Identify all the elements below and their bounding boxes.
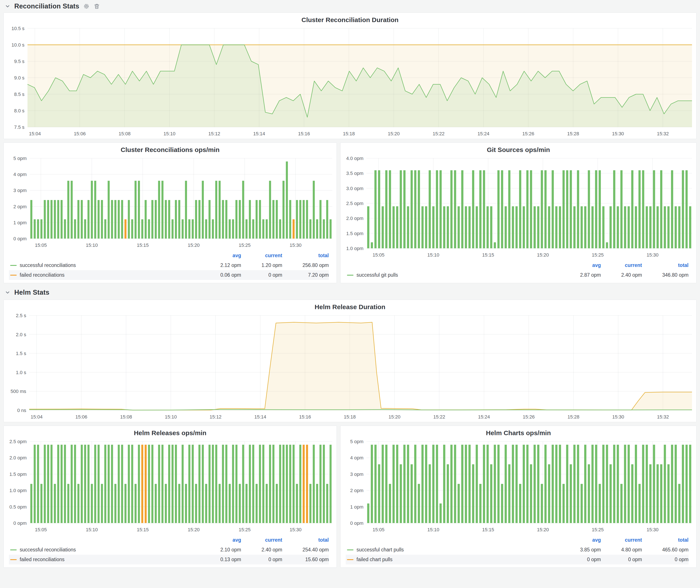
svg-text:5 opm: 5 opm bbox=[13, 156, 27, 161]
legend-row-failed-chart-pulls[interactable]: failed chart pulls 0 opm 0 opm 0 opm bbox=[346, 555, 689, 564]
legend-header-avg[interactable]: avg bbox=[560, 537, 601, 543]
legend-helm-releases: avg current total successful reconciliat… bbox=[4, 535, 337, 567]
svg-text:15:25: 15:25 bbox=[592, 527, 604, 532]
series-dash-icon bbox=[347, 559, 353, 560]
svg-text:3 opm: 3 opm bbox=[350, 472, 363, 477]
legend-avg-value: 0.06 opm bbox=[200, 272, 241, 278]
legend-current-value: 1.20 opm bbox=[241, 262, 282, 268]
legend-header-row: avg current total bbox=[346, 535, 689, 545]
panel-title[interactable]: Helm Release Duration bbox=[4, 300, 696, 312]
svg-text:15:10: 15:10 bbox=[427, 527, 439, 532]
chart-git-sources-ops[interactable]: 4.0 opm3.5 opm3.0 opm2.5 opm2.0 opm1.5 o… bbox=[340, 154, 696, 260]
legend-total-value: 256.80 opm bbox=[282, 262, 329, 268]
chart-cluster-reconciliations-ops[interactable]: 5 opm4 opm3 opm2 opm1 opm0 opm15:0515:10… bbox=[4, 154, 337, 250]
legend-series-name[interactable]: failed reconciliations bbox=[20, 272, 65, 278]
svg-text:15:14: 15:14 bbox=[253, 131, 265, 136]
svg-text:2.0 s: 2.0 s bbox=[16, 332, 26, 337]
panel-git-sources-ops: Git Sources ops/min 4.0 opm3.5 opm3.0 op… bbox=[340, 142, 697, 283]
svg-text:15:15: 15:15 bbox=[137, 242, 149, 248]
legend-current-value: 0 opm bbox=[241, 272, 282, 278]
svg-text:2.5 opm: 2.5 opm bbox=[346, 201, 364, 206]
series-dash-icon bbox=[347, 549, 353, 550]
legend-header-avg[interactable]: avg bbox=[200, 253, 241, 258]
svg-text:15:22: 15:22 bbox=[433, 131, 445, 136]
svg-text:15:12: 15:12 bbox=[208, 131, 220, 136]
svg-text:2.5 s: 2.5 s bbox=[16, 313, 26, 318]
svg-text:2.5 opm: 2.5 opm bbox=[10, 439, 27, 444]
svg-text:15:20: 15:20 bbox=[389, 414, 400, 420]
svg-text:15:20: 15:20 bbox=[537, 252, 549, 258]
section-header-helm-stats[interactable]: Helm Stats bbox=[3, 285, 697, 300]
legend-header-current[interactable]: current bbox=[241, 537, 282, 543]
series-dash-icon bbox=[10, 549, 17, 550]
panel-title[interactable]: Cluster Reconciliation Duration bbox=[4, 13, 696, 24]
legend-row-failed-reconciliations[interactable]: failed reconciliations 0.06 opm 0 opm 7.… bbox=[9, 270, 329, 280]
svg-text:2.0 opm: 2.0 opm bbox=[10, 455, 27, 460]
panel-title[interactable]: Helm Releases ops/min bbox=[4, 426, 337, 438]
trash-icon[interactable] bbox=[94, 3, 100, 10]
legend-series-name[interactable]: failed reconciliations bbox=[20, 557, 65, 562]
series-dash-icon bbox=[10, 559, 17, 560]
svg-text:15:30: 15:30 bbox=[647, 252, 658, 258]
legend-total-value: 0 opm bbox=[642, 557, 689, 562]
legend-row-failed-reconciliations[interactable]: failed reconciliations 0.13 opm 0 opm 15… bbox=[9, 555, 329, 564]
legend-header-total[interactable]: total bbox=[282, 537, 329, 543]
svg-text:1.5 opm: 1.5 opm bbox=[10, 472, 27, 477]
legend-header-total[interactable]: total bbox=[282, 253, 329, 258]
chart-helm-release-duration[interactable]: 2.5 s2.0 s1.5 s1.0 s500 ms0 ns15:0415:06… bbox=[4, 312, 696, 422]
grafana-dashboard: Reconciliation Stats Cluster Reconciliat… bbox=[0, 0, 700, 588]
legend-row-successful-reconciliations[interactable]: successful reconciliations 2.10 opm 2.40… bbox=[9, 545, 329, 555]
svg-text:15:18: 15:18 bbox=[343, 131, 355, 136]
legend-series-name[interactable]: successful git pulls bbox=[356, 272, 398, 278]
svg-text:3 opm: 3 opm bbox=[13, 188, 27, 193]
legend-header-total[interactable]: total bbox=[642, 262, 689, 268]
legend-series-name[interactable]: successful reconciliations bbox=[20, 262, 76, 268]
legend-header-total[interactable]: total bbox=[642, 537, 689, 543]
legend-header-row: avg current total bbox=[346, 260, 689, 270]
svg-text:15:28: 15:28 bbox=[567, 131, 579, 136]
chevron-down-icon[interactable] bbox=[5, 290, 10, 295]
svg-text:3.0 opm: 3.0 opm bbox=[346, 186, 364, 191]
legend-header-avg[interactable]: avg bbox=[560, 262, 601, 268]
chart-helm-releases-ops[interactable]: 2.5 opm2.0 opm1.5 opm1.0 opm0.5 opm0 opm… bbox=[4, 438, 337, 535]
legend-current-value: 0 opm bbox=[241, 557, 282, 562]
gear-icon[interactable] bbox=[83, 3, 90, 10]
legend-series-name[interactable]: successful chart pulls bbox=[356, 547, 404, 553]
legend-series-name[interactable]: failed chart pulls bbox=[356, 557, 392, 562]
chart-helm-charts-ops[interactable]: 5 opm4 opm3 opm2 opm1 opm0 opm15:0515:10… bbox=[340, 438, 696, 535]
section-header-reconciliation-stats[interactable]: Reconciliation Stats bbox=[3, 0, 697, 13]
legend-series-name[interactable]: successful reconciliations bbox=[20, 547, 76, 553]
svg-text:15:24: 15:24 bbox=[478, 414, 490, 420]
svg-text:15:30: 15:30 bbox=[647, 527, 658, 532]
svg-text:15:04: 15:04 bbox=[29, 131, 41, 136]
legend-row-successful-git-pulls[interactable]: successful git pulls 2.87 opm 2.40 opm 3… bbox=[346, 270, 689, 280]
legend-avg-value: 2.87 opm bbox=[560, 272, 601, 278]
legend-header-current[interactable]: current bbox=[241, 253, 282, 258]
svg-text:15:26: 15:26 bbox=[522, 131, 534, 136]
legend-row-successful-reconciliations[interactable]: successful reconciliations 2.12 opm 1.20… bbox=[9, 260, 329, 270]
legend-header-current[interactable]: current bbox=[601, 262, 642, 268]
legend-total-value: 15.60 opm bbox=[282, 557, 329, 562]
legend-avg-value: 2.10 opm bbox=[200, 547, 241, 553]
chart-cluster-reconciliation-duration[interactable]: 10.5 s10.0 s9.5 s9.0 s8.5 s8.0 s7.5 s15:… bbox=[4, 24, 696, 139]
panel-title[interactable]: Cluster Reconciliations ops/min bbox=[4, 143, 337, 154]
svg-text:15:20: 15:20 bbox=[188, 242, 200, 248]
svg-text:8.0 s: 8.0 s bbox=[14, 108, 24, 113]
svg-text:15:28: 15:28 bbox=[568, 414, 579, 420]
svg-text:15:12: 15:12 bbox=[210, 414, 221, 420]
svg-text:1.0 s: 1.0 s bbox=[16, 370, 26, 375]
svg-text:4 opm: 4 opm bbox=[350, 455, 363, 460]
svg-text:7.5 s: 7.5 s bbox=[14, 124, 24, 130]
legend-avg-value: 0 opm bbox=[560, 557, 601, 562]
panel-title[interactable]: Git Sources ops/min bbox=[340, 143, 696, 154]
legend-header-current[interactable]: current bbox=[601, 537, 642, 543]
legend-header-avg[interactable]: avg bbox=[200, 537, 241, 543]
legend-total-value: 465.60 opm bbox=[642, 547, 689, 553]
svg-text:15:22: 15:22 bbox=[433, 414, 445, 420]
svg-text:15:05: 15:05 bbox=[35, 242, 47, 248]
chevron-down-icon[interactable] bbox=[5, 3, 10, 9]
legend-row-successful-chart-pulls[interactable]: successful chart pulls 3.85 opm 4.80 opm… bbox=[346, 545, 689, 555]
series-dash-icon bbox=[10, 275, 17, 276]
panel-title[interactable]: Helm Charts ops/min bbox=[340, 426, 696, 438]
svg-text:0 opm: 0 opm bbox=[13, 236, 27, 241]
